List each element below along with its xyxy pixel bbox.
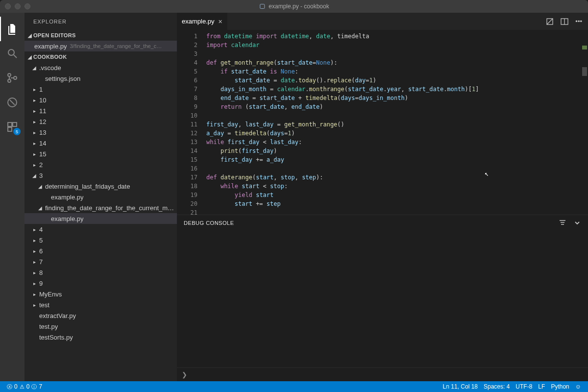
warning-count: 0 xyxy=(26,383,30,390)
tree-item-label: settings.json xyxy=(45,75,80,82)
svg-rect-10 xyxy=(8,127,12,131)
files-icon xyxy=(6,23,18,35)
tree-item-label: 14 xyxy=(39,140,46,147)
split-editor-icon[interactable] xyxy=(561,18,568,25)
tree-item-label: 15 xyxy=(39,150,46,158)
tree-item-label: 3 xyxy=(39,172,43,179)
source-control-icon xyxy=(6,72,18,84)
activity-explorer[interactable] xyxy=(0,17,24,41)
window-title: example.py - cookbook xyxy=(259,3,329,10)
folder-item[interactable]: ▸5 xyxy=(24,235,177,245)
status-feedback[interactable]: ☺ xyxy=(572,383,584,390)
chevron-right-icon: ▸ xyxy=(31,119,37,124)
chevron-right-icon: ▸ xyxy=(31,302,37,308)
minimap-slider[interactable] xyxy=(582,67,587,76)
folder-item[interactable]: ▸1 xyxy=(24,84,177,95)
open-editor-item[interactable]: example.py 3/finding_the_date_range_for_… xyxy=(24,41,177,51)
status-bar: ⓧ0 ⚠0 ⓘ7 Ln 11, Col 18 Spaces: 4 UTF-8 L… xyxy=(0,381,588,392)
status-indentation[interactable]: Spaces: 4 xyxy=(481,383,513,390)
folder-item[interactable]: ▸14 xyxy=(24,138,177,148)
file-item[interactable]: test.py xyxy=(24,321,177,332)
editor-tab[interactable]: example.py × xyxy=(177,13,228,30)
folder-item[interactable]: ▸2 xyxy=(24,159,177,170)
close-tab-button[interactable]: × xyxy=(218,18,222,25)
status-cursor-position[interactable]: Ln 11, Col 18 xyxy=(440,383,481,390)
smiley-icon: ☺ xyxy=(575,383,581,390)
tree-item-label: 2 xyxy=(39,161,43,169)
minimap[interactable] xyxy=(579,30,588,215)
open-editors-header[interactable]: ◢ OPEN EDITORS xyxy=(24,30,177,41)
close-window-button[interactable] xyxy=(5,3,11,9)
file-item[interactable]: example.py xyxy=(24,213,177,224)
open-changes-icon[interactable] xyxy=(546,18,554,25)
file-item[interactable]: extractVar.py xyxy=(24,310,177,321)
chevron-right-icon: ▸ xyxy=(31,248,37,254)
tree-item-label: .vscode xyxy=(39,64,61,72)
chevron-down-icon: ◢ xyxy=(26,54,33,60)
activity-debug[interactable] xyxy=(0,90,24,115)
folder-item[interactable]: ◢3 xyxy=(24,170,177,181)
svg-rect-9 xyxy=(13,122,17,126)
minimize-window-button[interactable] xyxy=(15,3,21,9)
tree-item-label: 1 xyxy=(39,86,43,93)
panel-filter-icon[interactable] xyxy=(559,219,566,227)
code-content[interactable]: from datetime import datetime, date, tim… xyxy=(206,30,588,215)
folder-item[interactable]: ◢determining_last_fridays_date xyxy=(24,181,177,192)
open-editors-label: OPEN EDITORS xyxy=(33,32,76,38)
panel-title[interactable]: DEBUG CONSOLE xyxy=(184,220,234,226)
file-item[interactable]: example.py xyxy=(24,192,177,202)
folder-item[interactable]: ▸6 xyxy=(24,245,177,256)
folder-item[interactable]: ◢.vscode xyxy=(24,62,177,73)
file-item[interactable]: testSorts.py xyxy=(24,332,177,343)
folder-item[interactable]: ▸15 xyxy=(24,148,177,159)
activity-search[interactable] xyxy=(0,41,24,66)
workspace-header[interactable]: ◢ COOKBOOK xyxy=(24,51,177,62)
tree-item-label: test xyxy=(39,301,49,309)
chevron-right-icon: ▸ xyxy=(31,87,37,92)
activity-scm[interactable] xyxy=(0,66,24,90)
svg-rect-0 xyxy=(260,4,265,9)
folder-item[interactable]: ▸9 xyxy=(24,278,177,289)
folder-item[interactable]: ▸7 xyxy=(24,256,177,267)
svg-point-1 xyxy=(8,49,14,55)
tree-item-label: 12 xyxy=(39,118,46,125)
folder-item[interactable]: ▸11 xyxy=(24,105,177,116)
file-item[interactable]: settings.json xyxy=(24,73,177,84)
status-problems[interactable]: ⓧ0 ⚠0 ⓘ7 xyxy=(4,383,45,391)
chevron-right-icon: ▸ xyxy=(31,108,37,114)
activity-extensions[interactable]: 5 xyxy=(0,115,24,139)
tab-label: example.py xyxy=(182,18,214,25)
folder-item[interactable]: ▸8 xyxy=(24,267,177,278)
chevron-right-icon: ▸ xyxy=(31,162,37,168)
status-encoding[interactable]: UTF-8 xyxy=(513,383,535,390)
folder-item[interactable]: ▸13 xyxy=(24,127,177,138)
status-language[interactable]: Python xyxy=(548,383,572,390)
sidebar-title: EXPLORER xyxy=(24,13,177,30)
chevron-right-icon: ▸ xyxy=(31,270,37,275)
debug-console-input[interactable]: ❯ xyxy=(177,368,588,381)
folder-item[interactable]: ▸10 xyxy=(24,95,177,105)
code-editor[interactable]: 123456789101112131415161718192021 from d… xyxy=(177,30,588,215)
line-number-gutter: 123456789101112131415161718192021 xyxy=(177,30,206,215)
tree-item-label: 5 xyxy=(39,237,43,244)
more-actions-icon[interactable]: ••• xyxy=(575,18,582,25)
zoom-window-button[interactable] xyxy=(24,3,30,9)
folder-item[interactable]: ▸MyEnvs xyxy=(24,289,177,299)
tree-item-label: finding_the_date_range_for_the_current_m… xyxy=(45,204,174,212)
folder-item[interactable]: ◢finding_the_date_range_for_the_current_… xyxy=(24,202,177,213)
minimap-highlight xyxy=(582,46,587,49)
panel-chevron-icon[interactable] xyxy=(573,219,581,227)
chevron-down-icon: ◢ xyxy=(37,184,43,189)
extensions-badge: 5 xyxy=(13,128,21,135)
tree-item-label: test.py xyxy=(39,323,58,330)
chevron-right-icon: ▸ xyxy=(31,238,37,243)
titlebar: example.py - cookbook xyxy=(0,0,588,13)
folder-item[interactable]: ▸4 xyxy=(24,224,177,235)
tree-item-label: 6 xyxy=(39,247,43,255)
folder-item[interactable]: ▸test xyxy=(24,299,177,310)
window-title-text: example.py - cookbook xyxy=(269,3,329,10)
status-eol[interactable]: LF xyxy=(535,383,548,390)
open-editors-list: example.py 3/finding_the_date_range_for_… xyxy=(24,41,177,51)
debug-console-output[interactable] xyxy=(177,231,588,368)
folder-item[interactable]: ▸12 xyxy=(24,116,177,127)
